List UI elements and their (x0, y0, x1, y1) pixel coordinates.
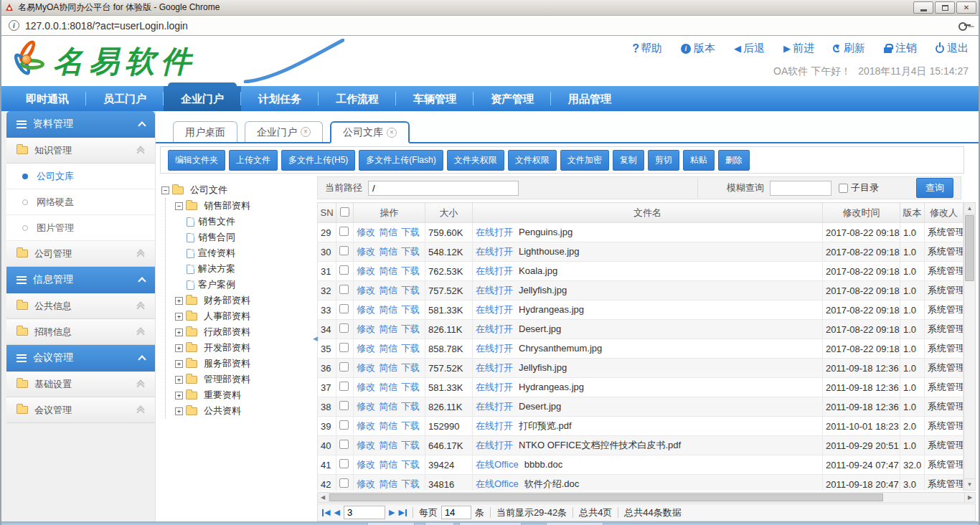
nav-item-2[interactable]: 员工门户 (86, 86, 164, 111)
tree-node[interactable]: +服务部资料 (175, 356, 317, 372)
tree-node[interactable]: +人事部资料 (175, 308, 317, 324)
page-number-input[interactable] (344, 506, 385, 519)
tree-node[interactable]: +开发部资料 (175, 340, 317, 356)
toolbar-button-2[interactable]: 上传文件 (229, 150, 278, 171)
open-online-link[interactable]: 在线Office (476, 459, 519, 470)
expand-box-icon[interactable]: + (175, 360, 183, 368)
toolbar-button-5[interactable]: 文件夹权限 (447, 150, 504, 171)
toolbar-button-11[interactable]: 删除 (718, 150, 750, 171)
op-download-link[interactable]: 下载 (401, 420, 420, 431)
toolbar-button-6[interactable]: 文件权限 (508, 150, 557, 171)
op-modify-link[interactable]: 修改 (357, 343, 375, 354)
expand-box-icon[interactable]: + (175, 328, 183, 336)
nav-item-8[interactable]: 用品管理 (551, 86, 628, 111)
horizontal-scrollbar[interactable]: ◀ ▶ (317, 492, 976, 503)
sidebar-item[interactable]: 基础设置 (6, 372, 155, 397)
op-modify-link[interactable]: 修改 (357, 362, 375, 373)
expand-box-icon[interactable]: + (175, 344, 183, 352)
quicklink-back[interactable]: ◀后退 (734, 42, 765, 55)
op-message-link[interactable]: 简信 (379, 440, 397, 450)
last-page-button[interactable]: ▶ (398, 508, 406, 517)
op-modify-link[interactable]: 修改 (357, 285, 375, 295)
open-online-link[interactable]: 在线打开 (476, 246, 513, 257)
quicklink-forward[interactable]: ▶前进 (783, 42, 814, 55)
open-online-link[interactable]: 在线打开 (476, 227, 513, 237)
op-modify-link[interactable]: 修改 (357, 440, 375, 450)
nav-item-3[interactable]: 企业门户 (164, 86, 241, 111)
op-message-link[interactable]: 简信 (379, 382, 397, 392)
row-checkbox[interactable] (339, 304, 349, 313)
address-bar[interactable]: i 127.0.0.1:8018/?act=userLogin.login (1, 16, 979, 36)
op-modify-link[interactable]: 修改 (357, 304, 375, 315)
tree-leaf-node[interactable]: 解决方案 (175, 261, 317, 277)
row-checkbox[interactable] (339, 382, 349, 391)
tab-2[interactable]: 企业门户× (245, 121, 323, 142)
op-download-link[interactable]: 下载 (401, 478, 420, 489)
sidebar-item[interactable]: 会议管理 (6, 397, 155, 423)
toolbar-button-10[interactable]: 粘贴 (683, 150, 715, 171)
close-button[interactable]: ✕ (956, 1, 976, 14)
op-modify-link[interactable]: 修改 (357, 459, 375, 470)
quicklink-refresh[interactable]: 刷新 (833, 42, 865, 55)
nav-item-5[interactable]: 工作流程 (319, 86, 396, 111)
tab-close-icon[interactable]: × (387, 128, 397, 138)
op-message-link[interactable]: 简信 (379, 362, 397, 373)
expand-box-icon[interactable]: + (175, 297, 183, 305)
minimize-button[interactable] (913, 1, 933, 14)
current-path-input[interactable] (368, 181, 519, 196)
tree-node[interactable]: +管理部资料 (175, 372, 317, 387)
sidebar-item[interactable]: 公司管理 (6, 241, 155, 267)
sidebar-item[interactable]: 知识管理 (6, 138, 155, 164)
sidebar-subitem[interactable]: 网络硬盘 (6, 189, 155, 215)
vertical-scrollbar[interactable]: ▲ ▼ (963, 202, 976, 491)
tree-root-node[interactable]: −公司文件 (161, 182, 317, 198)
op-download-link[interactable]: 下载 (401, 362, 420, 373)
row-checkbox[interactable] (339, 459, 349, 468)
op-message-link[interactable]: 简信 (379, 285, 397, 295)
op-modify-link[interactable]: 修改 (357, 478, 375, 489)
quicklink-logout[interactable]: 注销 (884, 42, 917, 55)
row-checkbox[interactable] (339, 246, 349, 255)
tree-leaf-node[interactable]: 宣传资料 (175, 245, 317, 261)
collapse-box-icon[interactable]: − (175, 202, 183, 210)
open-online-link[interactable]: 在线Office (476, 478, 519, 489)
query-button[interactable]: 查询 (916, 178, 953, 198)
toolbar-button-4[interactable]: 多文件上传(Flash) (359, 150, 443, 171)
open-online-link[interactable]: 在线打开 (476, 285, 513, 295)
tree-node[interactable]: −销售部资料 (175, 198, 317, 214)
toolbar-button-3[interactable]: 多文件上传(H5) (281, 150, 355, 171)
scroll-up-arrow-icon[interactable]: ▲ (964, 203, 975, 214)
op-download-link[interactable]: 下载 (401, 323, 420, 334)
sidebar-item[interactable]: 招聘信息 (6, 319, 155, 345)
op-download-link[interactable]: 下载 (401, 265, 420, 276)
scroll-left-arrow-icon[interactable]: ◀ (318, 493, 329, 502)
maximize-button[interactable] (935, 1, 955, 14)
op-download-link[interactable]: 下载 (401, 304, 420, 315)
op-message-link[interactable]: 简信 (379, 265, 397, 276)
row-checkbox[interactable] (339, 343, 349, 352)
row-checkbox[interactable] (339, 440, 349, 449)
toolbar-button-1[interactable]: 编辑文件夹 (168, 150, 225, 171)
sidebar-subitem[interactable]: 图片管理 (6, 215, 155, 241)
open-online-link[interactable]: 在线打开 (476, 440, 513, 450)
op-modify-link[interactable]: 修改 (357, 401, 375, 412)
op-download-link[interactable]: 下载 (401, 285, 420, 295)
tab-3[interactable]: 公司文库× (330, 121, 410, 143)
op-message-link[interactable]: 简信 (379, 459, 397, 470)
tree-node[interactable]: +公共资料 (175, 403, 317, 419)
tab-1[interactable]: 用户桌面 (173, 121, 237, 142)
nav-item-4[interactable]: 计划任务 (241, 86, 319, 111)
expand-box-icon[interactable]: + (175, 407, 183, 415)
url-text[interactable]: 127.0.0.1:8018/?act=userLogin.login (25, 20, 958, 32)
toolbar-button-7[interactable]: 文件加密 (560, 150, 609, 171)
op-download-link[interactable]: 下载 (401, 459, 420, 470)
expand-box-icon[interactable]: + (175, 392, 183, 399)
tree-leaf-node[interactable]: 客户案例 (175, 277, 317, 293)
sidebar-subitem[interactable]: 公司文库 (6, 164, 155, 189)
expand-box-icon[interactable]: + (175, 376, 183, 384)
quicklink-help[interactable]: ?帮助 (632, 42, 662, 55)
row-checkbox[interactable] (339, 420, 349, 430)
row-checkbox[interactable] (339, 285, 349, 294)
op-download-link[interactable]: 下载 (401, 227, 420, 237)
tree-node[interactable]: +重要资料 (175, 387, 317, 403)
